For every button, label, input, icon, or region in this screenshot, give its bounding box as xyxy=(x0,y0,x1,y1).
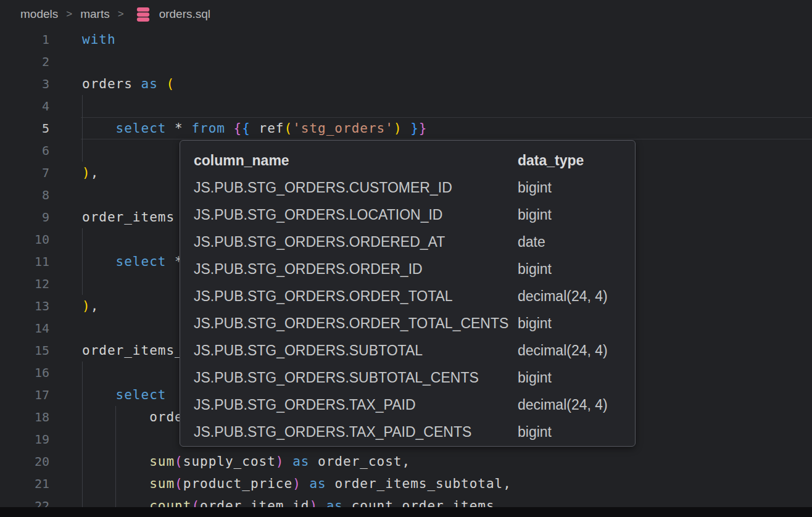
popup-cell-data-type: bigint xyxy=(518,255,635,283)
indent-guide xyxy=(82,228,83,295)
line-number: 2 xyxy=(0,51,81,73)
popup-rows: JS.PUB.STG_ORDERS.CUSTOMER_IDbigintJS.PU… xyxy=(194,174,635,445)
line-number: 6 xyxy=(0,139,81,162)
popup-cell-column-name: JS.PUB.STG_ORDERS.ORDER_TOTAL_CENTS xyxy=(194,310,518,337)
indent-guide xyxy=(115,406,116,517)
line-number: 17 xyxy=(0,384,81,406)
code-line[interactable]: 1with xyxy=(0,28,812,51)
chevron-right-icon: > xyxy=(65,8,73,20)
popup-cell-data-type: bigint xyxy=(518,364,635,391)
code-text: with xyxy=(81,28,812,51)
indent-guide xyxy=(82,362,83,517)
popup-cell-column-name: JS.PUB.STG_ORDERS.SUBTOTAL_CENTS xyxy=(194,364,518,391)
popup-cell-data-type: bigint xyxy=(518,418,635,445)
popup-header-row: column_name data_type xyxy=(194,147,635,174)
line-number: 8 xyxy=(0,184,81,206)
line-number: 14 xyxy=(0,317,81,339)
hover-table-popup: column_name data_type JS.PUB.STG_ORDERS.… xyxy=(180,140,636,447)
popup-cell-column-name: JS.PUB.STG_ORDERS.ORDER_TOTAL xyxy=(194,283,518,310)
popup-row: JS.PUB.STG_ORDERS.ORDER_TOTAL_CENTSbigin… xyxy=(194,310,635,337)
line-number: 4 xyxy=(0,95,81,117)
popup-cell-column-name: JS.PUB.STG_ORDERS.CUSTOMER_ID xyxy=(194,174,518,201)
popup-cell-column-name: JS.PUB.STG_ORDERS.TAX_PAID xyxy=(194,391,518,418)
code-text: sum(supply_cost) as order_cost, xyxy=(81,450,812,473)
code-line[interactable]: 4 xyxy=(0,95,812,117)
chevron-right-icon: > xyxy=(117,8,125,20)
popup-row: JS.PUB.STG_ORDERS.ORDER_IDbigint xyxy=(194,255,635,283)
editor-window: models > marts > orders.sql 1with23order… xyxy=(0,0,812,517)
popup-cell-data-type: decimal(24, 4) xyxy=(518,391,635,418)
popup-row: JS.PUB.STG_ORDERS.SUBTOTALdecimal(24, 4) xyxy=(194,337,635,364)
line-number: 1 xyxy=(0,28,81,51)
line-number: 12 xyxy=(0,273,81,295)
line-number: 5 xyxy=(0,117,81,139)
line-number: 19 xyxy=(0,428,81,450)
line-number: 3 xyxy=(0,73,81,95)
code-text: orders as ( xyxy=(81,73,812,95)
line-number: 9 xyxy=(0,206,81,228)
code-line[interactable]: 3orders as ( xyxy=(0,73,812,95)
popup-row: JS.PUB.STG_ORDERS.ORDERED_ATdate xyxy=(194,228,635,255)
line-number: 7 xyxy=(0,162,81,184)
popup-cell-data-type: date xyxy=(518,228,635,255)
popup-row: JS.PUB.STG_ORDERS.CUSTOMER_IDbigint xyxy=(194,174,635,201)
code-text: select * from {{ ref('stg_orders') }} xyxy=(81,117,812,139)
line-number: 16 xyxy=(0,362,81,384)
popup-row: JS.PUB.STG_ORDERS.ORDER_TOTALdecimal(24,… xyxy=(194,283,635,310)
panel-divider xyxy=(0,507,812,517)
line-number: 21 xyxy=(0,473,81,495)
indent-guide xyxy=(82,95,83,162)
breadcrumb: models > marts > orders.sql xyxy=(0,0,812,28)
line-number: 20 xyxy=(0,450,81,473)
popup-cell-column-name: JS.PUB.STG_ORDERS.ORDER_ID xyxy=(194,255,518,283)
code-text: sum(product_price) as order_items_subtot… xyxy=(81,473,812,495)
popup-cell-column-name: JS.PUB.STG_ORDERS.LOCATION_ID xyxy=(194,201,518,228)
popup-row: JS.PUB.STG_ORDERS.SUBTOTAL_CENTSbigint xyxy=(194,364,635,391)
line-number: 10 xyxy=(0,228,81,250)
popup-header-data-type: data_type xyxy=(518,147,635,174)
database-icon xyxy=(134,6,152,23)
popup-cell-data-type: bigint xyxy=(518,310,635,337)
code-text xyxy=(81,95,812,117)
breadcrumb-item-models[interactable]: models xyxy=(20,7,58,21)
code-text xyxy=(81,51,812,73)
popup-cell-column-name: JS.PUB.STG_ORDERS.SUBTOTAL xyxy=(194,337,518,364)
breadcrumb-item-marts[interactable]: marts xyxy=(80,7,110,21)
code-line[interactable]: 21 sum(product_price) as order_items_sub… xyxy=(0,473,812,495)
popup-row: JS.PUB.STG_ORDERS.TAX_PAID_CENTSbigint xyxy=(194,418,635,445)
breadcrumb-item-file[interactable]: orders.sql xyxy=(159,7,210,21)
line-number: 11 xyxy=(0,250,81,273)
popup-cell-data-type: decimal(24, 4) xyxy=(518,337,635,364)
popup-cell-column-name: JS.PUB.STG_ORDERS.ORDERED_AT xyxy=(194,228,518,255)
line-number: 13 xyxy=(0,295,81,317)
line-number: 18 xyxy=(0,406,81,428)
code-line[interactable]: 5 select * from {{ ref('stg_orders') }} xyxy=(0,117,812,139)
popup-cell-column-name: JS.PUB.STG_ORDERS.TAX_PAID_CENTS xyxy=(194,418,518,445)
code-line[interactable]: 2 xyxy=(0,51,812,73)
popup-cell-data-type: bigint xyxy=(518,201,635,228)
popup-cell-data-type: decimal(24, 4) xyxy=(518,283,635,310)
popup-header-column-name: column_name xyxy=(194,147,518,174)
popup-row: JS.PUB.STG_ORDERS.TAX_PAIDdecimal(24, 4) xyxy=(194,391,635,418)
popup-cell-data-type: bigint xyxy=(518,174,635,201)
line-number: 15 xyxy=(0,339,81,362)
code-line[interactable]: 20 sum(supply_cost) as order_cost, xyxy=(0,450,812,473)
popup-row: JS.PUB.STG_ORDERS.LOCATION_IDbigint xyxy=(194,201,635,228)
